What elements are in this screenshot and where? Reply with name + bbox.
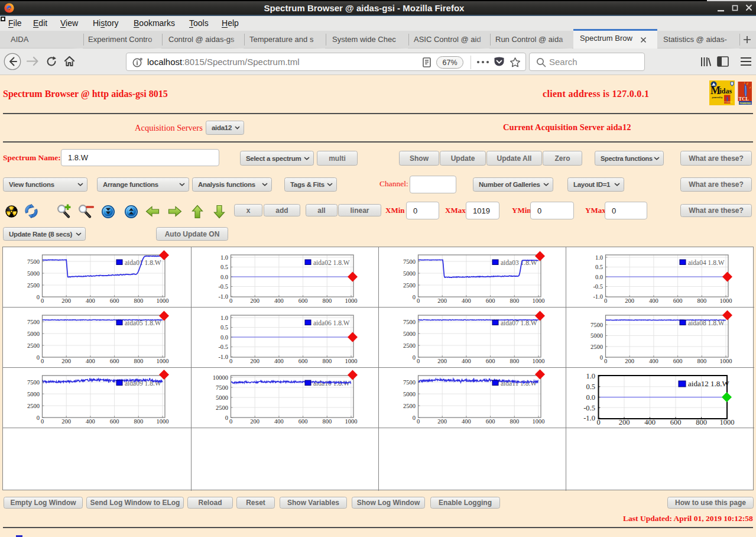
svg-text:POWERED: POWERED bbox=[725, 101, 733, 103]
svg-text:800: 800 bbox=[510, 418, 519, 425]
svg-text:400: 400 bbox=[86, 297, 95, 304]
svg-text:400: 400 bbox=[462, 297, 471, 304]
svg-text:800: 800 bbox=[322, 297, 332, 304]
svg-text:1000: 1000 bbox=[533, 297, 545, 304]
svg-text:1000: 1000 bbox=[157, 418, 169, 425]
svg-text:400: 400 bbox=[86, 418, 95, 425]
svg-text:2500: 2500 bbox=[27, 342, 40, 349]
svg-text:0: 0 bbox=[41, 358, 44, 364]
svg-text:-0.5: -0.5 bbox=[218, 283, 228, 290]
svg-text:10000: 10000 bbox=[213, 374, 228, 381]
svg-text:TCL: TCL bbox=[739, 96, 749, 102]
svg-text:1.0: 1.0 bbox=[220, 254, 228, 261]
svg-text:200: 200 bbox=[61, 418, 71, 425]
svg-text:M: M bbox=[710, 85, 721, 96]
svg-text:powered by: powered by bbox=[712, 96, 723, 99]
svg-text:1000: 1000 bbox=[345, 297, 358, 304]
svg-text:800: 800 bbox=[696, 418, 707, 426]
svg-text:0.0: 0.0 bbox=[586, 393, 595, 402]
svg-text:400: 400 bbox=[462, 418, 471, 425]
svg-text:aida04 1.8.W: aida04 1.8.W bbox=[688, 259, 725, 266]
svg-text:1000: 1000 bbox=[157, 297, 169, 304]
svg-text:0.5: 0.5 bbox=[595, 264, 603, 270]
svg-text:600: 600 bbox=[298, 358, 308, 364]
svg-text:2500: 2500 bbox=[403, 403, 416, 409]
svg-text:-1.0: -1.0 bbox=[583, 414, 595, 422]
svg-text:400: 400 bbox=[649, 358, 658, 364]
svg-text:0.5: 0.5 bbox=[220, 264, 228, 270]
svg-text:0: 0 bbox=[417, 297, 420, 304]
svg-text:800: 800 bbox=[697, 297, 706, 304]
svg-text:-0.5: -0.5 bbox=[218, 344, 228, 350]
svg-text:0.0: 0.0 bbox=[220, 334, 228, 341]
svg-text:600: 600 bbox=[673, 358, 683, 364]
svg-text:1000: 1000 bbox=[720, 358, 732, 364]
svg-text:2500: 2500 bbox=[27, 282, 40, 289]
svg-text:idas: idas bbox=[720, 87, 732, 95]
svg-text:5000: 5000 bbox=[27, 270, 40, 277]
svg-text:0: 0 bbox=[41, 418, 44, 425]
svg-text:2500: 2500 bbox=[590, 344, 603, 350]
svg-text:400: 400 bbox=[86, 358, 95, 364]
svg-text:5000: 5000 bbox=[403, 270, 416, 277]
svg-text:200: 200 bbox=[625, 297, 634, 304]
svg-text:0: 0 bbox=[417, 418, 420, 425]
svg-text:400: 400 bbox=[274, 418, 284, 425]
svg-text:2500: 2500 bbox=[27, 403, 40, 409]
svg-text:-1.0: -1.0 bbox=[218, 354, 228, 360]
svg-text:0.5: 0.5 bbox=[220, 324, 228, 331]
svg-text:200: 200 bbox=[250, 418, 259, 425]
svg-text:200: 200 bbox=[61, 358, 71, 364]
svg-text:200: 200 bbox=[437, 297, 447, 304]
svg-text:aida06 1.8.W: aida06 1.8.W bbox=[313, 319, 350, 326]
svg-text:7500: 7500 bbox=[27, 319, 40, 325]
svg-text:0: 0 bbox=[37, 294, 40, 300]
svg-text:2500: 2500 bbox=[216, 405, 228, 411]
svg-text:5000: 5000 bbox=[403, 331, 416, 337]
svg-text:-1.0: -1.0 bbox=[593, 293, 603, 300]
svg-text:800: 800 bbox=[134, 297, 143, 304]
svg-text:7500: 7500 bbox=[27, 258, 40, 265]
svg-text:200: 200 bbox=[250, 358, 259, 364]
svg-text:1000: 1000 bbox=[533, 358, 545, 364]
svg-text:1000: 1000 bbox=[157, 358, 169, 364]
svg-text:1000: 1000 bbox=[345, 358, 358, 364]
svg-text:5000: 5000 bbox=[27, 331, 40, 337]
svg-text:800: 800 bbox=[322, 418, 332, 425]
svg-text:0: 0 bbox=[413, 294, 416, 300]
svg-text:600: 600 bbox=[486, 297, 495, 304]
svg-text:800: 800 bbox=[322, 358, 332, 364]
svg-text:0.5: 0.5 bbox=[586, 383, 595, 391]
svg-text:400: 400 bbox=[462, 358, 471, 364]
svg-text:aida02 1.8.W: aida02 1.8.W bbox=[313, 259, 350, 266]
svg-text:800: 800 bbox=[510, 297, 519, 304]
svg-text:0.0: 0.0 bbox=[220, 274, 228, 280]
svg-text:5000: 5000 bbox=[590, 332, 603, 339]
svg-text:1000: 1000 bbox=[720, 297, 732, 304]
svg-text:-1.0: -1.0 bbox=[218, 293, 228, 300]
svg-text:1000: 1000 bbox=[720, 418, 735, 426]
svg-text:7500: 7500 bbox=[216, 384, 228, 391]
svg-text:5000: 5000 bbox=[27, 391, 40, 397]
svg-text:800: 800 bbox=[134, 418, 143, 425]
svg-text:2500: 2500 bbox=[403, 342, 416, 349]
svg-text:7500: 7500 bbox=[403, 319, 416, 325]
svg-text:-0.5: -0.5 bbox=[593, 283, 603, 290]
svg-text:200: 200 bbox=[437, 418, 447, 425]
svg-text:0: 0 bbox=[37, 354, 40, 361]
svg-text:800: 800 bbox=[697, 358, 706, 364]
svg-text:200: 200 bbox=[625, 358, 634, 364]
svg-text:0: 0 bbox=[604, 297, 607, 304]
svg-text:1.0: 1.0 bbox=[586, 372, 595, 380]
svg-text:600: 600 bbox=[110, 358, 119, 364]
svg-text:0: 0 bbox=[413, 354, 416, 361]
svg-text:400: 400 bbox=[274, 297, 284, 304]
svg-text:600: 600 bbox=[486, 358, 495, 364]
svg-text:600: 600 bbox=[486, 418, 495, 425]
svg-text:0.0: 0.0 bbox=[595, 274, 603, 280]
svg-text:P0WERED: P0WERED bbox=[739, 102, 751, 105]
svg-text:2500: 2500 bbox=[403, 282, 416, 289]
svg-text:200: 200 bbox=[437, 358, 447, 364]
svg-text:400: 400 bbox=[649, 297, 658, 304]
svg-text:1.0: 1.0 bbox=[220, 315, 228, 321]
